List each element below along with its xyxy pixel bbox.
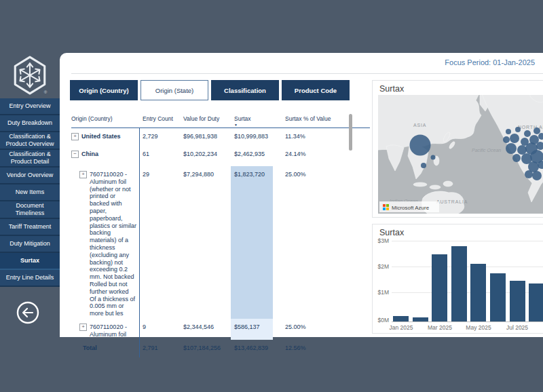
map-bubble[interactable]	[517, 145, 527, 155]
bar-jan-2025[interactable]	[393, 316, 409, 321]
cell-value-for-duty: $10,202,234	[180, 146, 231, 166]
bar-jul-2025[interactable]	[510, 281, 525, 321]
cell-surtax-pct: 25.00%	[284, 319, 370, 340]
tab-origin-country[interactable]: Origin (Country)	[70, 80, 138, 100]
surtax-value: $13,462,839	[231, 340, 273, 357]
surtax-highlight-cell: $1,823,720	[231, 166, 273, 319]
map-bubble[interactable]	[533, 128, 540, 134]
row-label: China	[81, 151, 98, 165]
expand-toggle-icon[interactable]: +	[71, 133, 79, 140]
sidebar-item-duty-breakdown[interactable]: Duty Breakdown	[0, 115, 60, 132]
bar-may-2025[interactable]	[470, 264, 486, 321]
registered-mark: ®	[44, 90, 48, 94]
cell-entry-count: 9	[139, 319, 180, 340]
expand-toggle-icon[interactable]: +	[79, 324, 87, 331]
surtax-map-card: Surtax ASIA NORTH AMERICA	[372, 80, 543, 218]
azure-attribution-text: Microsoft Azure	[392, 205, 430, 211]
surtax-bar-chart-card: Surtax $3M $2M $1M $0M Jan 2025Mar 2025M…	[372, 224, 543, 334]
sidebar-item-vendor-overview[interactable]: Vendor Overview	[0, 168, 60, 184]
cell-surtax: $13,462,839	[231, 340, 284, 357]
column-header-entry-count[interactable]: Entry Count	[139, 112, 180, 128]
column-header-origin-country[interactable]: Origin (Country)	[71, 112, 139, 128]
bar-mar-2025[interactable]	[432, 254, 447, 321]
sidebar-item-new-items[interactable]: New Items	[0, 184, 60, 201]
back-arrow-icon	[16, 301, 39, 324]
ms-logo-green	[386, 204, 389, 207]
sidebar-item-entry-overview[interactable]: Entry Overview	[0, 98, 60, 115]
map-bubble[interactable]	[506, 143, 517, 154]
row-header-cell: +7607110020 - Aluminum foil (whether or …	[71, 166, 139, 319]
bar-feb-2025[interactable]	[413, 317, 428, 321]
map-bubble[interactable]	[510, 134, 519, 143]
map-bubble[interactable]	[503, 136, 510, 143]
sidebar-item-document-timeliness[interactable]: Document Timeliness	[0, 201, 60, 219]
tab-origin-state[interactable]: Origin (State)	[141, 80, 208, 100]
map-bubble[interactable]	[431, 155, 436, 160]
map-bubble[interactable]	[421, 163, 426, 168]
cell-entry-count: 2,791	[139, 340, 180, 357]
main-panel: Focus Period: 01-Jan-2025 Origin (Countr…	[60, 53, 543, 337]
ms-logo-yellow	[386, 208, 389, 210]
x-tick-jan-2025: Jan 2025	[386, 324, 417, 331]
gridline-3m	[392, 241, 543, 241]
x-axis-line	[392, 321, 543, 322]
focus-period-label: Focus Period: 01-Jan-2025	[445, 58, 535, 66]
x-tick-jul-2025: Jul 2025	[502, 324, 533, 331]
row-label: 7607110020 - Aluminum foil	[90, 324, 136, 338]
x-tick-sep-2025: Sep 2025	[540, 324, 543, 331]
sort-descending-icon: ▼	[234, 123, 284, 127]
cell-surtax: $2,462,935	[231, 146, 284, 166]
tab-classification[interactable]: Classification	[211, 80, 279, 100]
sidebar-item-duty-mitigation[interactable]: Duty Mitigation	[0, 236, 60, 253]
bar-apr-2025[interactable]	[451, 246, 467, 321]
table-row[interactable]: +7607110020 - Aluminum foil (whether or …	[71, 166, 370, 319]
y-tick-1m: $1M	[373, 289, 389, 296]
column-header-surtax[interactable]: Surtax ▼	[231, 112, 284, 128]
sidebar-item-surtax[interactable]: Surtax	[0, 253, 60, 270]
map-bubble[interactable]	[524, 130, 531, 137]
map-bubble[interactable]	[506, 129, 511, 134]
cell-value-for-duty: $96,981,938	[180, 128, 231, 146]
surtax-value: $2,462,935	[231, 146, 273, 166]
table-row[interactable]: +7607110020 - Aluminum foil9$2,344,546$5…	[71, 319, 370, 340]
table-row[interactable]: −China61$10,202,234$2,462,93524.14%	[71, 146, 370, 166]
back-button[interactable]	[16, 301, 39, 324]
column-header-surtax-label: Surtax	[234, 115, 251, 122]
column-header-surtax-pct[interactable]: Surtax % of Value	[284, 112, 370, 128]
map-bubble[interactable]	[525, 170, 533, 178]
ms-logo-blue	[383, 208, 386, 210]
bar-jun-2025[interactable]	[490, 273, 506, 321]
sidebar-item-classification-product-overview[interactable]: Classification & Product Overview	[0, 132, 60, 150]
table-scrollbar[interactable]	[349, 114, 352, 151]
table-body: +United States2,729$96,981,938$10,999,88…	[71, 128, 370, 357]
ms-logo-red	[383, 204, 386, 207]
y-tick-3m: $3M	[373, 237, 389, 244]
sidebar-nav: Entry OverviewDuty BreakdownClassificati…	[0, 98, 60, 287]
world-map[interactable]: ASIA NORTH AMERICA AUSTRALIA Pacific Oce…	[378, 95, 543, 214]
map-bubble[interactable]	[512, 154, 521, 162]
map-bubble[interactable]	[515, 127, 521, 132]
gridline-2m	[392, 267, 543, 267]
bar-aug-2025[interactable]	[529, 283, 543, 321]
cell-surtax: $1,823,720	[231, 166, 284, 319]
sidebar-item-tariff-treatment[interactable]: Tariff Treatment	[0, 219, 60, 236]
sidebar-item-classification-product-detail[interactable]: Classification & Product Detail	[0, 150, 60, 168]
cell-value-for-duty: $7,294,880	[180, 166, 231, 319]
sidebar-item-entry-line-details[interactable]: Entry Line Details	[0, 270, 60, 287]
table-total-row[interactable]: Total2,791$107,184,256$13,462,83912.56%	[71, 340, 370, 357]
cell-surtax: $586,137	[231, 319, 284, 340]
tab-product-code[interactable]: Product Code	[282, 80, 350, 100]
label-pacific-ocean: Pacific Ocean	[472, 148, 501, 153]
view-tabs: Origin (Country) Origin (State) Classifi…	[70, 80, 350, 100]
cell-value-for-duty: $2,344,546	[180, 319, 231, 340]
expand-toggle-icon[interactable]: +	[79, 171, 87, 178]
column-header-value-for-duty[interactable]: Value for Duty	[180, 112, 231, 128]
y-tick-0m: $0M	[373, 317, 389, 324]
map-bubble[interactable]	[410, 135, 431, 156]
collapse-toggle-icon[interactable]: −	[71, 151, 79, 158]
x-tick-may-2025: May 2025	[463, 324, 494, 331]
table-row[interactable]: +United States2,729$96,981,938$10,999,88…	[71, 128, 370, 146]
map-bubble[interactable]	[532, 171, 542, 180]
surtax-value: $10,999,883	[231, 128, 273, 146]
y-tick-2m: $2M	[373, 263, 389, 270]
